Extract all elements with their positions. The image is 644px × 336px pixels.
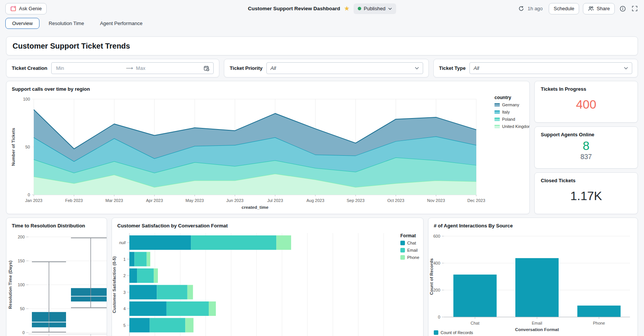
tab-overview[interactable]: Overview [5, 18, 39, 29]
legend-title: country [494, 95, 530, 100]
format-legend: FormatChatEmailPhone [400, 233, 419, 262]
count-of-records-legend: Count of Records [434, 330, 473, 336]
chevron-down-icon [415, 67, 419, 69]
kpi-title: Tickets In Progress [541, 86, 631, 92]
published-dot-icon [358, 7, 361, 10]
kpi-column: Tickets In Progress 400 Support Agents O… [534, 81, 638, 214]
svg-text:Feb 2023: Feb 2023 [65, 198, 83, 203]
svg-text:Oct 2023: Oct 2023 [387, 198, 405, 203]
agent-interactions-card: # of Agent Interactions By Source 020040… [428, 218, 638, 336]
last-refresh-time: 1h ago [527, 6, 543, 11]
svg-text:Aug 2023: Aug 2023 [306, 198, 324, 203]
refresh-button[interactable] [517, 5, 525, 13]
svg-text:Mar 2023: Mar 2023 [105, 198, 123, 203]
svg-text:100: 100 [23, 97, 30, 101]
chart-title: # of Agent Interactions By Source [428, 218, 638, 229]
svg-text:Apr 2023: Apr 2023 [146, 198, 163, 203]
svg-text:Conversation Format: Conversation Format [515, 327, 559, 332]
svg-text:Customer Satisfaction (0-5): Customer Satisfaction (0-5) [112, 256, 117, 313]
chart-title: Customer Satisfaction by Conversation Fo… [112, 218, 423, 229]
support-calls-chart-card: Support calls over time by region 050100… [6, 81, 530, 214]
published-status-dropdown[interactable]: Published [354, 3, 396, 14]
country-legend: countryGermanyItalyPolandUnited Kingdom [494, 95, 530, 131]
ticket-type-value: All [474, 65, 624, 71]
legend-label: Phone [407, 255, 419, 260]
kpi-support-agents-online: Support Agents Online 8 837 [534, 126, 638, 168]
legend-item[interactable]: Italy [494, 110, 530, 114]
kpi-secondary-value: 837 [580, 153, 592, 161]
legend-swatch [434, 330, 438, 335]
ticket-priority-select[interactable]: All [266, 62, 423, 74]
date-max-input[interactable] [135, 65, 203, 71]
date-min-input[interactable] [55, 65, 124, 71]
legend-item[interactable]: Email [400, 248, 419, 252]
legend-swatch [494, 110, 500, 114]
svg-text:50: 50 [20, 306, 25, 311]
svg-text:0: 0 [28, 192, 30, 197]
svg-text:50: 50 [25, 145, 30, 149]
info-icon [620, 6, 626, 12]
legend-swatch [494, 125, 500, 128]
share-label: Share [597, 6, 610, 11]
svg-text:Email: Email [532, 321, 542, 325]
filter-ticket-creation: Ticket Creation ⟶ [6, 59, 219, 77]
ask-genie-button[interactable]: Ask Genie [5, 3, 47, 14]
calendar-icon[interactable] [203, 65, 209, 71]
legend-label: Count of Records [441, 330, 473, 335]
topbar-actions: 1h ago Schedule Share [517, 3, 639, 14]
ticket-type-select[interactable]: All [469, 62, 632, 74]
svg-text:Chat: Chat [471, 321, 479, 325]
kpi-value: 1.17K [570, 190, 602, 203]
svg-text:Sep 2023: Sep 2023 [346, 198, 364, 203]
boxplot-chart: 050100150200Resolution Time (Days) [6, 231, 107, 336]
svg-text:3: 3 [123, 290, 126, 295]
satisfaction-chart-card: Customer Satisfaction by Conversation Fo… [112, 218, 424, 336]
filter-label-ticket-type: Ticket Type [439, 65, 466, 71]
refresh-icon [518, 6, 524, 11]
info-button[interactable] [619, 5, 627, 13]
svg-text:Dec 2023: Dec 2023 [467, 198, 485, 203]
filter-label-ticket-creation: Ticket Creation [12, 65, 47, 71]
favorite-star-icon[interactable]: ★ [344, 5, 350, 12]
ticket-priority-value: All [271, 65, 415, 71]
chart-title: Support calls over time by region [6, 81, 529, 92]
svg-text:600: 600 [433, 234, 440, 238]
svg-text:null: null [119, 240, 126, 245]
svg-text:Jun 2023: Jun 2023 [226, 198, 243, 203]
legend-item[interactable]: Germany [494, 103, 530, 107]
tab-resolution-time[interactable]: Resolution Time [42, 18, 91, 29]
kpi-tickets-in-progress: Tickets In Progress 400 [534, 81, 638, 123]
legend-item[interactable]: United Kingdom [494, 124, 530, 129]
legend-label: Chat [407, 241, 416, 245]
svg-text:Jul 2023: Jul 2023 [267, 198, 283, 203]
schedule-label: Schedule [554, 6, 574, 11]
legend-swatch [400, 248, 405, 252]
resolution-distribution-card: Time to Resolution Distribution 05010015… [6, 218, 107, 336]
ask-genie-label: Ask Genie [19, 6, 42, 11]
range-arrow-icon: ⟶ [124, 65, 135, 71]
legend-item[interactable]: Poland [494, 117, 530, 121]
legend-swatch [400, 241, 405, 245]
schedule-button[interactable]: Schedule [549, 3, 579, 14]
legend-label: Italy [502, 110, 510, 114]
svg-text:5: 5 [123, 323, 126, 328]
legend-item[interactable]: Count of Records [434, 330, 473, 335]
svg-text:100: 100 [18, 282, 25, 287]
fullscreen-icon [632, 6, 638, 11]
svg-text:4: 4 [123, 306, 126, 311]
svg-text:May 2023: May 2023 [186, 198, 204, 203]
page-title-card: Customer Support Ticket Trends [6, 36, 638, 55]
main-row: Support calls over time by region 050100… [6, 81, 638, 214]
share-button[interactable]: Share [583, 3, 615, 14]
people-icon [588, 6, 594, 12]
tab-agent-performance[interactable]: Agent Performance [93, 18, 149, 29]
legend-item[interactable]: Phone [400, 255, 419, 260]
legend-item[interactable]: Chat [400, 241, 419, 245]
filter-label-ticket-priority: Ticket Priority [230, 65, 262, 71]
kpi-value: 8 [583, 140, 590, 153]
bar-chart: 0200400600ChatEmailPhoneConversation For… [428, 231, 638, 336]
filter-ticket-type: Ticket Type All [433, 59, 638, 77]
date-range-input[interactable]: ⟶ [51, 62, 214, 74]
chevron-down-icon [388, 8, 392, 10]
fullscreen-button[interactable] [631, 5, 639, 13]
